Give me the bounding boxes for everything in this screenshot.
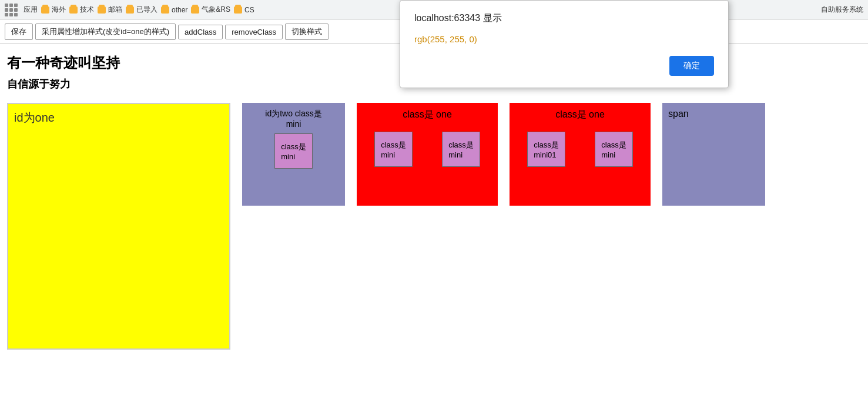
dialog-ok-button[interactable]: 确定 [669,56,714,76]
dialog-value: rgb(255, 255, 0) [414,34,714,44]
dialog-footer: 确定 [414,56,714,76]
dialog-title: localhost:63343 显示 [414,12,714,25]
dialog-overlay: localhost:63343 显示 rgb(255, 255, 0) 确定 [0,0,868,359]
dialog: localhost:63343 显示 rgb(255, 255, 0) 确定 [400,0,729,88]
